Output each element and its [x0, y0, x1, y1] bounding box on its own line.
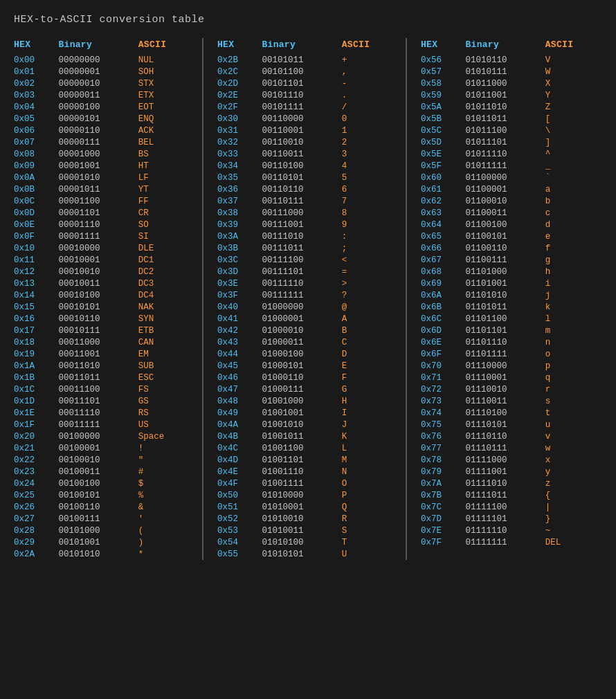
ascii-value: B: [342, 325, 399, 336]
ascii-value: w: [545, 442, 602, 454]
hex-value: 0x7B: [421, 489, 465, 501]
hex-value: 0x4A: [217, 419, 262, 430]
table-0: HEXBinaryASCII0x0000000000NUL0x010000000…: [14, 38, 195, 560]
binary-value: 01110011: [465, 395, 545, 407]
hex-value: 0x4D: [217, 454, 262, 466]
binary-value: 00001010: [58, 172, 138, 183]
hex-value: 0x10: [14, 242, 58, 254]
hex-value: 0x6F: [421, 348, 465, 360]
hex-value: 0x2D: [217, 78, 262, 89]
table-row: 0x37001101117: [217, 195, 399, 207]
binary-value: 00110011: [262, 148, 341, 160]
table-row: 0x7801111000x: [421, 454, 602, 466]
hex-value: 0x00: [14, 54, 58, 66]
table-row: 0x1400010100DC4: [14, 289, 195, 301]
table-row: 0x5B01011011[: [421, 113, 602, 125]
table-row: 0x7101110001q: [421, 372, 602, 383]
table-row: 0x1300010011DC3: [14, 278, 195, 289]
section-0: HEXBinaryASCII0x0000000000NUL0x010000000…: [14, 38, 195, 560]
ascii-value: Space: [138, 430, 195, 442]
binary-value: 01111010: [465, 478, 545, 489]
hex-value: 0x67: [421, 254, 465, 266]
ascii-value: H: [342, 395, 399, 407]
hex-value: 0x6E: [421, 336, 465, 348]
ascii-value: ~: [545, 525, 602, 536]
table-row: 0x2E00101110.: [217, 89, 399, 101]
hex-value: 0x73: [421, 395, 465, 407]
hex-value: 0x19: [14, 348, 58, 360]
ascii-value: SUB: [138, 360, 195, 372]
binary-value: 01110000: [465, 360, 545, 372]
ascii-value: l: [545, 313, 602, 325]
ascii-value: FS: [138, 383, 195, 395]
table-row: 0x4C01001100L: [217, 442, 399, 454]
ascii-value: 3: [342, 148, 399, 160]
ascii-value: US: [138, 419, 195, 430]
header-hex-2: HEX: [421, 38, 465, 54]
binary-value: 01000011: [262, 336, 341, 348]
binary-value: 00011011: [58, 372, 138, 383]
hex-value: 0x5F: [421, 160, 465, 172]
hex-value: 0x21: [14, 442, 58, 454]
table-row: 0x1A00011010SUB: [14, 360, 195, 372]
table-row: 0x31001100011: [217, 125, 399, 136]
ascii-value: g: [545, 254, 602, 266]
ascii-value: !: [138, 442, 195, 454]
table-2: HEXBinaryASCII0x5601010110V0x5701010111W…: [421, 38, 602, 548]
binary-value: 00101110: [262, 89, 341, 101]
hex-value: 0x61: [421, 183, 465, 195]
binary-value: 00010010: [58, 266, 138, 278]
binary-value: 00101101: [262, 78, 341, 89]
ascii-value: a: [545, 183, 602, 195]
table-row: 0x1C00011100FS: [14, 383, 195, 395]
hex-value: 0x76: [421, 430, 465, 442]
hex-value: 0x54: [217, 536, 262, 548]
section-2: HEXBinaryASCII0x5601010110V0x5701010111W…: [406, 38, 602, 560]
ascii-value: DC4: [138, 289, 195, 301]
hex-value: 0x34: [217, 160, 262, 172]
hex-value: 0x55: [217, 548, 262, 560]
binary-value: 01111000: [465, 454, 545, 466]
table-row: 0x32001100102: [217, 136, 399, 148]
table-row: 0x2B00101011+: [217, 54, 399, 66]
table-row: 0x5601010110V: [421, 54, 602, 66]
ascii-value: #: [138, 466, 195, 478]
hex-value: 0x5B: [421, 113, 465, 125]
binary-value: 00101111: [262, 101, 341, 113]
table-row: 0x7401110100t: [421, 407, 602, 419]
hex-value: 0x13: [14, 278, 58, 289]
hex-value: 0x3B: [217, 242, 262, 254]
hex-value: 0x63: [421, 207, 465, 219]
binary-value: 01001000: [262, 395, 341, 407]
hex-value: 0x04: [14, 101, 58, 113]
binary-value: 01001010: [262, 419, 341, 430]
table-row: 0x3B00111011;: [217, 242, 399, 254]
hex-value: 0x48: [217, 395, 262, 407]
ascii-value: r: [545, 383, 602, 395]
hex-value: 0x33: [217, 148, 262, 160]
hex-value: 0x0D: [14, 207, 58, 219]
table-row: 0x5001010000P: [217, 489, 399, 501]
ascii-value: D: [342, 348, 399, 360]
table-row: 0x0100000001SOH: [14, 66, 195, 78]
table-row: 0x6201100010b: [421, 195, 602, 207]
ascii-value: O: [342, 478, 399, 489]
table-row: 0x3E00111110>: [217, 278, 399, 289]
hex-value: 0x50: [217, 489, 262, 501]
header-binary-2: Binary: [465, 38, 545, 54]
table-row: 0x4F01001111O: [217, 478, 399, 489]
binary-value: 00010011: [58, 278, 138, 289]
binary-value: 01001011: [262, 430, 341, 442]
table-row: 0x7501110101u: [421, 419, 602, 430]
table-row: 0x6001100000`: [421, 172, 602, 183]
ascii-value: -: [342, 78, 399, 89]
hex-value: 0x6C: [421, 313, 465, 325]
table-row: 0x4201000010B: [217, 325, 399, 336]
hex-value: 0x38: [217, 207, 262, 219]
table-row: 0x1100010001DC1: [14, 254, 195, 266]
binary-value: 00100100: [58, 478, 138, 489]
hex-value: 0x75: [421, 419, 465, 430]
ascii-value: 7: [342, 195, 399, 207]
table-row: 0x7B01111011{: [421, 489, 602, 501]
ascii-value: S: [342, 525, 399, 536]
